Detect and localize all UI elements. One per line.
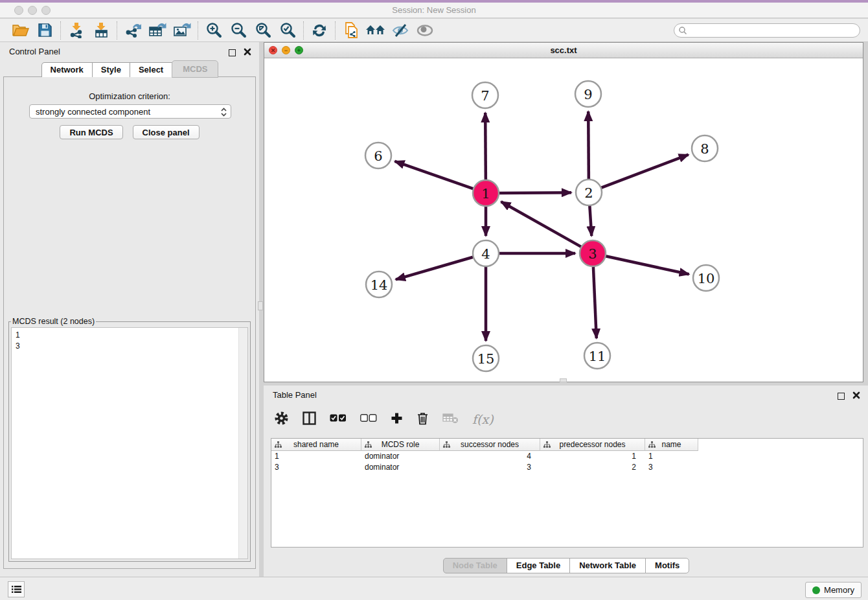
column-header-shared-name[interactable]: shared name [271,439,361,451]
select-all-columns-icon[interactable] [330,413,347,425]
node-11[interactable]: 11 [584,343,610,369]
cell-predecessor-nodes[interactable]: 1 [540,451,645,462]
tab-motifs[interactable]: Motifs [645,558,689,573]
svg-text:1: 1 [481,186,490,202]
close-panel-icon[interactable] [244,47,251,58]
node-3[interactable]: 3 [580,240,606,266]
cell-shared-name[interactable]: 3 [271,462,361,473]
reset-view-icon[interactable] [363,21,388,40]
toolbar-separator [117,21,117,40]
show-graphics-details-icon[interactable] [413,21,437,40]
zoom-out-icon[interactable] [226,21,251,40]
save-session-icon[interactable] [32,21,57,40]
toolbar-separator [303,21,304,40]
cell-name[interactable]: 1 [645,451,698,462]
node-7[interactable]: 7 [472,82,498,108]
control-panel-tabs: NetworkStyleSelectMCDS [0,62,259,77]
search-input[interactable] [674,23,860,38]
column-header-successor-nodes[interactable]: successor nodes [440,439,540,451]
node-10[interactable]: 10 [693,265,719,291]
mcds-result-area[interactable]: 1 3 [11,327,248,559]
toolbar-separator [60,21,61,40]
edge-2-9[interactable] [588,111,589,181]
edge-4-14[interactable] [396,257,475,279]
clone-network-icon[interactable] [339,21,363,40]
delete-table-icon[interactable] [442,413,459,426]
column-header-predecessor-nodes[interactable]: predecessor nodes [540,439,645,451]
import-table-icon[interactable] [89,21,113,40]
edge-3-11[interactable] [593,265,597,338]
node-9[interactable]: 9 [575,81,601,107]
export-image-icon[interactable] [170,21,194,40]
svg-text:10: 10 [698,271,715,286]
node-1[interactable]: 1 [473,180,499,206]
node-2[interactable]: 2 [576,179,602,205]
deselect-all-columns-icon[interactable] [360,413,377,425]
tab-select[interactable]: Select [130,62,172,77]
table-body: 1dominator4113dominator323 [271,451,863,472]
cell-name[interactable]: 3 [645,462,698,473]
open-session-icon[interactable] [8,21,32,40]
result-scrollbar[interactable] [238,328,247,559]
toolbar-separator [198,21,198,40]
hide-graphics-details-icon[interactable] [388,21,413,40]
splitter-handle[interactable] [258,301,263,310]
zoom-in-icon[interactable] [201,21,226,40]
node-8[interactable]: 8 [692,135,718,161]
tab-node-table[interactable]: Node Table [443,558,507,573]
refresh-icon[interactable] [307,21,332,40]
tab-mcds[interactable]: MCDS [172,60,218,78]
table-row[interactable]: 1dominator411 [271,451,863,462]
table-header-row: shared nameMCDS rolesuccessor nodesprede… [271,439,863,451]
edge-1-7[interactable] [485,113,486,181]
column-header-name[interactable]: name [645,439,698,451]
cell-successor-nodes[interactable]: 4 [440,451,540,462]
delete-column-icon[interactable] [417,411,429,428]
run-mcds-button[interactable]: Run MCDS [60,125,122,139]
close-panel-icon[interactable] [852,390,860,402]
network-canvas[interactable]: 7968124314101511 [264,58,863,382]
node-6[interactable]: 6 [365,143,391,168]
network-window-handle[interactable] [560,378,567,382]
edge-3-10[interactable] [604,256,689,274]
tab-network-table[interactable]: Network Table [569,558,646,573]
float-panel-icon[interactable] [838,393,845,400]
export-network-icon[interactable] [120,21,145,40]
edge-2-3[interactable] [589,204,591,236]
node-14[interactable]: 14 [366,271,392,297]
tab-network[interactable]: Network [41,62,93,77]
edge-2-8[interactable] [600,155,689,189]
column-header-mcds-role[interactable]: MCDS role [361,439,440,451]
vertical-splitter[interactable] [259,42,264,577]
cell-mcds-role[interactable]: dominator [361,462,440,473]
memory-button[interactable]: Memory [805,582,862,598]
table-row[interactable]: 3dominator323 [271,462,863,473]
cell-predecessor-nodes[interactable]: 2 [540,462,645,473]
panel-mode-icon[interactable] [303,411,316,428]
float-panel-icon[interactable] [229,49,236,56]
edge-1-2[interactable] [497,192,571,193]
close-panel-button[interactable]: Close panel [133,125,200,139]
network-window-titlebar[interactable]: ✕ − + scc.txt [264,43,863,58]
cell-shared-name[interactable]: 1 [271,451,361,462]
export-table-icon[interactable] [145,21,170,40]
search-icon [678,26,687,38]
tab-style[interactable]: Style [92,62,130,77]
node-15[interactable]: 15 [473,345,499,371]
edge-1-6[interactable] [394,161,475,189]
node-4[interactable]: 4 [473,240,499,266]
svg-text:2: 2 [584,185,593,201]
cell-mcds-role[interactable]: dominator [361,451,440,462]
zoom-selected-icon[interactable] [275,21,300,40]
zoom-fit-icon[interactable] [251,21,275,40]
optimization-criterion-select[interactable]: strongly connected component [29,104,231,119]
select-stepper-icon [220,107,227,119]
add-column-icon[interactable] [391,412,403,427]
tab-edge-table[interactable]: Edge Table [507,558,570,573]
mcds-result-text: 1 3 [12,328,247,354]
task-history-button[interactable] [8,581,25,597]
cell-successor-nodes[interactable]: 3 [440,462,540,473]
import-network-icon[interactable] [64,21,89,40]
table-settings-icon[interactable] [274,411,289,428]
edge-3-1[interactable] [501,202,583,248]
